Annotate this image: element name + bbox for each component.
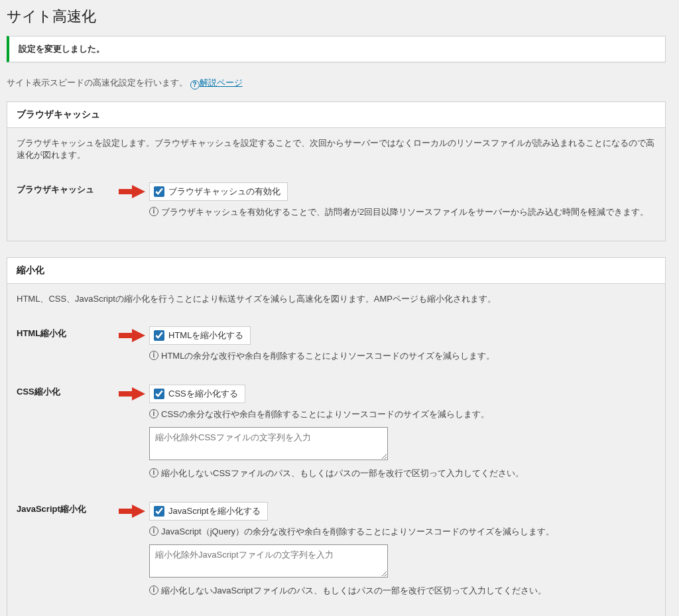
css-minify-label: CSS縮小化 — [17, 375, 149, 493]
info-icon: i — [149, 468, 158, 477]
page-title: サイト高速化 — [7, 7, 666, 27]
cache-row-label: ブラウザキャッシュ — [17, 173, 149, 231]
html-minify-label: HTML縮小化 — [17, 317, 149, 375]
html-minify-checkbox[interactable] — [154, 330, 164, 341]
js-exclude-hint: i 縮小化しないJavaScriptファイルのパス、もしくはパスの一部を改行で区… — [149, 585, 656, 597]
html-minify-hint: i HTMLの余分な改行や余白を削除することによりソースコードのサイズを減らしま… — [149, 350, 656, 362]
section-header-minify: 縮小化 — [7, 257, 666, 284]
info-icon: i — [149, 351, 158, 360]
cache-enable-checkbox[interactable] — [154, 186, 164, 197]
section-header-cache: ブラウザキャッシュ — [7, 101, 666, 128]
css-exclude-textarea[interactable] — [149, 427, 388, 460]
section-body-minify: HTML、CSS、JavaScriptの縮小化を行うことにより転送サイズを減らし… — [7, 284, 666, 616]
info-icon: i — [149, 409, 158, 418]
js-exclude-textarea[interactable] — [149, 544, 388, 578]
css-minify-checkbox-row[interactable]: CSSを縮小化する — [149, 385, 245, 403]
js-minify-checkbox-label: JavaScriptを縮小化する — [168, 505, 261, 517]
info-icon: i — [149, 207, 158, 216]
js-minify-checkbox-row[interactable]: JavaScriptを縮小化する — [149, 502, 268, 521]
css-minify-checkbox[interactable] — [154, 389, 164, 399]
help-link[interactable]: 解説ページ — [200, 78, 243, 88]
js-minify-hint: i JavaScript（jQuery）の余分な改行や余白を削除することによりソ… — [149, 526, 656, 538]
notice-success: 設定を変更しました。 — [7, 36, 666, 62]
cache-hint: i ブラウザキャッシュを有効化することで、訪問者が2回目以降リソースファイルをサ… — [149, 206, 656, 218]
cache-enable-checkbox-row[interactable]: ブラウザキャッシュの有効化 — [149, 182, 288, 201]
cache-desc: ブラウザキャッシュを設定します。ブラウザキャッシュを設定することで、次回からサー… — [17, 137, 656, 161]
css-minify-checkbox-label: CSSを縮小化する — [168, 388, 238, 400]
minify-desc: HTML、CSS、JavaScriptの縮小化を行うことにより転送サイズを減らし… — [17, 293, 656, 305]
html-minify-checkbox-row[interactable]: HTMLを縮小化する — [149, 326, 251, 345]
intro-text: サイト表示スピードの高速化設定を行います。 ?解説ページ — [7, 77, 666, 90]
notice-text: 設定を変更しました。 — [19, 43, 656, 55]
html-minify-checkbox-label: HTMLを縮小化する — [168, 330, 243, 341]
js-minify-label: JavaScript縮小化 — [17, 493, 149, 610]
help-icon: ? — [190, 80, 200, 90]
js-minify-checkbox[interactable] — [154, 506, 164, 517]
section-body-cache: ブラウザキャッシュを設定します。ブラウザキャッシュを設定することで、次回からサー… — [7, 128, 666, 241]
css-exclude-hint: i 縮小化しないCSSファイルのパス、もしくはパスの一部を改行で区切って入力して… — [149, 467, 656, 479]
css-minify-hint: i CSSの余分な改行や余白を削除することによりソースコードのサイズを減らします… — [149, 408, 656, 420]
info-icon: i — [149, 585, 158, 595]
cache-checkbox-label: ブラウザキャッシュの有効化 — [168, 186, 280, 198]
info-icon: i — [149, 526, 158, 536]
